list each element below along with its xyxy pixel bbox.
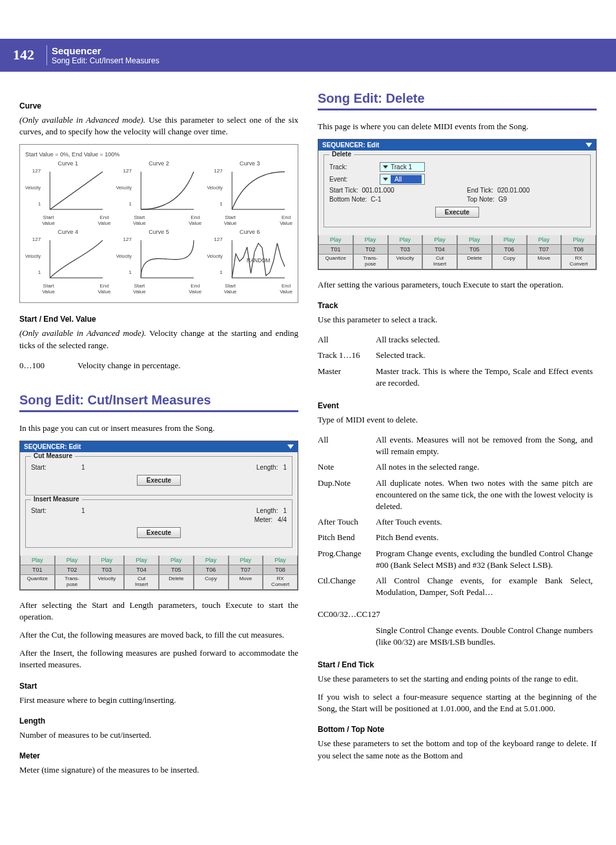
event-table: AllAll events. Measures will not be remo…	[318, 432, 597, 600]
play-tab[interactable]: Play	[492, 235, 527, 245]
bottom-tab[interactable]: Copy	[492, 255, 527, 269]
end-tick-label: End Tick:	[467, 187, 493, 194]
bottom-note-label: Bottom Note:	[329, 196, 367, 203]
def-term: Ctl.Change	[318, 573, 376, 600]
play-tab[interactable]: Play	[318, 235, 353, 245]
insert-execute-button[interactable]: Execute	[137, 527, 181, 538]
event-dropdown[interactable]: All	[380, 174, 425, 185]
track-heading: Track	[318, 301, 597, 310]
track-tab[interactable]: T05	[457, 245, 492, 255]
track-dropdown[interactable]: Track 1	[380, 162, 425, 172]
track-tab[interactable]: T02	[55, 565, 90, 575]
table-row: Pitch BendPitch Bend events.	[318, 530, 597, 545]
delete-screenshot: SEQUENCER: Edit Delete Track: Track 1 Ev…	[318, 139, 597, 270]
play-tab[interactable]: Play	[159, 556, 194, 565]
cutinsert-intro: In this page you can cut or insert measu…	[19, 422, 298, 434]
delete-rule	[318, 109, 597, 110]
cut-measure-group: Cut Measure Start: 1 Length: 1 Execute	[25, 456, 293, 496]
track-tab[interactable]: T06	[194, 565, 229, 575]
play-tab[interactable]: Play	[20, 556, 55, 565]
insert-length-value[interactable]: 1	[283, 507, 287, 514]
meter-heading: Meter	[19, 751, 298, 760]
startend-heading: Start / End Vel. Value	[19, 315, 298, 324]
start-tick-value[interactable]: 001.01.000	[362, 187, 394, 194]
curve-name: Curve 6	[207, 229, 293, 235]
bottom-tab[interactable]: Velocity	[90, 575, 125, 590]
play-tab[interactable]: Play	[527, 235, 562, 245]
end-tick-value[interactable]: 020.01.000	[497, 187, 529, 194]
bottom-tab[interactable]: Trans-pose	[55, 575, 90, 590]
track-tab[interactable]: T01	[20, 565, 55, 575]
bottom-tab[interactable]: CutInsert	[124, 575, 159, 590]
play-tab[interactable]: Play	[263, 556, 298, 565]
play-tab[interactable]: Play	[124, 556, 159, 565]
insert-meter-label: Meter:	[254, 516, 272, 523]
play-tab[interactable]: Play	[388, 235, 423, 245]
play-tab[interactable]: Play	[457, 235, 492, 245]
bottom-tab[interactable]: RXConvert	[561, 255, 596, 269]
track-tab[interactable]: T04	[124, 565, 159, 575]
bottom-tab[interactable]: Quantize	[20, 575, 55, 590]
bottom-tab[interactable]: CutInsert	[422, 255, 457, 269]
table-row: After TouchAfter Touch events.	[318, 514, 597, 530]
start-para: First measure where to begin cutting/ins…	[19, 694, 298, 706]
curve-name: Curve 1	[25, 160, 110, 167]
play-tab[interactable]: Play	[561, 235, 596, 245]
track-tab[interactable]: T06	[492, 245, 527, 255]
track-tab[interactable]: T03	[388, 245, 423, 255]
track-tab[interactable]: T07	[527, 245, 562, 255]
cc-def: Single Control Change events. Double Con…	[376, 623, 597, 650]
startend-def: Velocity change in percentage.	[77, 358, 298, 373]
track-tab[interactable]: T08	[561, 245, 596, 255]
left-column: Curve (Only available in Advanced mode).…	[19, 91, 298, 782]
ss-title-text: SEQUENCER: Edit	[24, 443, 81, 450]
table-row: Dup.NoteAll duplicate notes. When two no…	[318, 475, 597, 515]
bottom-tab[interactable]: Quantize	[318, 255, 353, 269]
bottomtop-heading: Bottom / Top Note	[318, 725, 597, 734]
bottom-tab[interactable]: Delete	[159, 575, 194, 590]
table-row: Track 1…16Selected track.	[318, 348, 597, 363]
track-tab[interactable]: T08	[263, 565, 298, 575]
insert-length-label: Length:	[256, 507, 278, 514]
play-tab[interactable]: Play	[90, 556, 125, 565]
bottom-tab[interactable]: Move	[527, 255, 562, 269]
cutinsert-p2: After the Cut, the following measures ar…	[19, 629, 298, 641]
page-header: 142 Sequencer Song Edit: Cut/Insert Meas…	[0, 39, 616, 72]
track-value: Track 1	[391, 163, 412, 171]
track-tab[interactable]: T05	[159, 565, 194, 575]
bottom-note-value[interactable]: C-1	[371, 196, 381, 203]
def-term: Pitch Bend	[318, 530, 376, 545]
bottom-tab[interactable]: Copy	[194, 575, 229, 590]
cutinsert-heading: Song Edit: Cut/Insert Measures	[19, 393, 298, 408]
cut-length-value[interactable]: 1	[283, 464, 287, 471]
bottom-tab[interactable]: Velocity	[388, 255, 423, 269]
play-tab[interactable]: Play	[55, 556, 90, 565]
track-tab[interactable]: T04	[422, 245, 457, 255]
ss-titlebar-2: SEQUENCER: Edit	[318, 140, 596, 151]
track-tab[interactable]: T03	[90, 565, 125, 575]
delete-execute-button[interactable]: Execute	[435, 207, 479, 218]
track-tab[interactable]: T07	[229, 565, 263, 575]
cut-execute-button[interactable]: Execute	[137, 475, 181, 486]
insert-start-value[interactable]: 1	[81, 507, 85, 514]
menu-icon-2[interactable]	[586, 143, 592, 147]
bottom-tab[interactable]: Trans-pose	[353, 255, 388, 269]
bottom-tab[interactable]: Move	[229, 575, 263, 590]
def-text: Master track. This is where the Tempo, S…	[376, 364, 597, 391]
startend-tick-p2: If you wish to select a four-measure seq…	[318, 691, 597, 715]
menu-icon[interactable]	[287, 444, 294, 449]
bottom-tab[interactable]: Delete	[457, 255, 492, 269]
play-tab[interactable]: Play	[353, 235, 388, 245]
track-tab[interactable]: T02	[353, 245, 388, 255]
track-tab[interactable]: T01	[318, 245, 353, 255]
top-note-value[interactable]: G9	[498, 196, 507, 203]
bottom-tab[interactable]: RXConvert	[263, 575, 298, 590]
insert-meter-value[interactable]: 4/4	[278, 516, 287, 523]
play-tab[interactable]: Play	[229, 556, 263, 565]
track-table: AllAll tracks selected.Track 1…16Selecte…	[318, 332, 597, 391]
cut-start-value[interactable]: 1	[81, 464, 85, 471]
play-tab[interactable]: Play	[422, 235, 457, 245]
play-tab[interactable]: Play	[194, 556, 229, 565]
event-heading: Event	[318, 401, 597, 410]
length-heading: Length	[19, 716, 298, 725]
